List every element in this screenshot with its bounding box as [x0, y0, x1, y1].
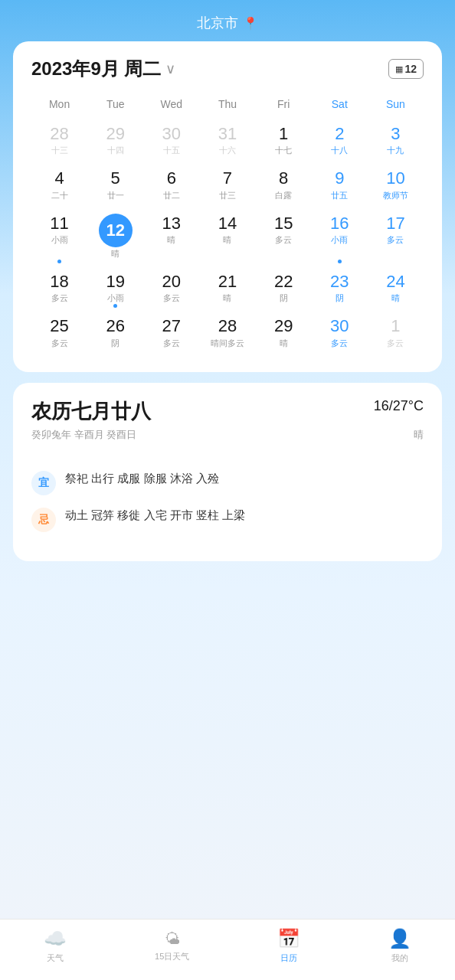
cal-day-sub: 廿二: [163, 190, 180, 201]
cal-day-cell[interactable]: 9廿五: [312, 164, 368, 205]
cal-day-sub: 多云: [275, 234, 292, 246]
cal-day-cell[interactable]: 28晴间多云: [199, 312, 255, 353]
cal-day-cell[interactable]: 29十四: [87, 119, 143, 161]
today-number-cell: 12: [99, 214, 133, 247]
weather-icon: ☁️: [44, 928, 67, 949]
cal-day-num: 3: [391, 124, 400, 144]
cal-day-num: 1: [391, 316, 400, 336]
cal-day-cell[interactable]: 1多云: [368, 312, 424, 353]
cal-day-num: 26: [106, 316, 124, 336]
cal-day-cell[interactable]: 15多云: [256, 209, 312, 264]
ji-items: 动土 冠笄 移徙 入宅 开市 竖柱 上梁: [65, 506, 424, 524]
cal-day-num: 13: [162, 214, 181, 234]
ji-row: 忌 动土 冠笄 移徙 入宅 开市 竖柱 上梁: [31, 506, 424, 532]
day-header-sun: Sun: [368, 95, 424, 113]
cal-day-sub: 十五: [163, 145, 180, 156]
cal-day-num: 28: [218, 316, 237, 336]
cal-day-sub: 十三: [51, 145, 68, 156]
cal-day-cell[interactable]: 26阴: [87, 312, 143, 353]
yi-row: 宜 祭祀 出行 成服 除服 沐浴 入殓: [31, 469, 424, 495]
bottom-nav: ☁️ 天气 🌤 15日天气 📅 日历 👤 我的: [0, 919, 455, 980]
cal-day-cell[interactable]: 13晴: [143, 209, 199, 264]
cal-day-cell[interactable]: 1十七: [256, 119, 312, 161]
cal-day-sub: 十八: [331, 145, 348, 156]
cal-day-sub: 晴: [167, 234, 175, 246]
today-button[interactable]: ▦ 12: [388, 59, 424, 79]
cal-day-cell[interactable]: 22阴: [256, 267, 312, 309]
cal-day-cell[interactable]: 8白露: [256, 164, 312, 205]
cal-day-sub: 小雨: [51, 234, 68, 246]
cal-day-cell[interactable]: 14晴: [199, 209, 255, 264]
day-header-mon: Mon: [31, 95, 87, 113]
cal-day-sub: 白露: [275, 190, 292, 201]
cal-day-cell[interactable]: 5廿一: [87, 164, 143, 205]
nav-weather[interactable]: ☁️ 天气: [44, 928, 67, 964]
cal-day-sub: 廿一: [107, 190, 124, 201]
cal-day-num: 19: [106, 272, 124, 292]
cal-day-num: 23: [330, 272, 349, 292]
calendar-grid: 28十三29十四30十五31十六1十七2十八3十九4二十5廿一6廿二7廿三8白露…: [31, 119, 424, 354]
cal-day-num: 30: [330, 316, 349, 336]
cal-day-sub: 阴: [336, 292, 344, 304]
cal-day-cell[interactable]: 19小雨: [87, 267, 143, 309]
cal-day-sub: 小雨: [331, 234, 348, 246]
lunar-zodiac: 癸卯兔年 辛酉月 癸酉日: [31, 428, 136, 442]
cal-day-sub: 廿五: [331, 190, 348, 201]
cal-day-sub: 阴: [280, 292, 288, 304]
nav-calendar[interactable]: 📅 日历: [277, 928, 300, 964]
cal-day-cell[interactable]: 23阴: [312, 267, 368, 309]
cal-day-cell[interactable]: 2十八: [312, 119, 368, 161]
day-header-fri: Fri: [256, 95, 312, 113]
cal-day-cell[interactable]: 24晴: [368, 267, 424, 309]
cal-day-cell[interactable]: 31十六: [199, 119, 255, 161]
nav-profile[interactable]: 👤 我的: [388, 928, 411, 964]
cal-day-sub: 多云: [387, 338, 404, 349]
cal-day-num: 6: [167, 168, 176, 188]
cal-day-sub: 多云: [163, 338, 180, 349]
cal-day-num: 21: [218, 272, 237, 292]
cal-day-cell[interactable]: 17多云: [368, 209, 424, 264]
cal-day-cell[interactable]: 30十五: [143, 119, 199, 161]
cal-day-cell[interactable]: 20多云: [143, 267, 199, 309]
calendar-card: 2023年9月 周二 ∨ ▦ 12 Mon Tue Wed Thu Fri Sa…: [13, 41, 442, 372]
cal-day-cell[interactable]: 11小雨: [31, 209, 87, 264]
cal-day-cell[interactable]: 12晴: [87, 209, 143, 264]
cal-day-cell[interactable]: 27多云: [143, 312, 199, 353]
cal-day-cell[interactable]: 25多云: [31, 312, 87, 353]
cal-day-sub: 晴: [223, 292, 231, 304]
cal-day-sub: 多云: [51, 292, 68, 304]
cal-day-cell[interactable]: 4二十: [31, 164, 87, 205]
calendar-title-group[interactable]: 2023年9月 周二 ∨: [31, 57, 175, 81]
cal-day-cell[interactable]: 18多云: [31, 267, 87, 309]
cal-day-num: 18: [50, 272, 68, 292]
cal-day-num: 8: [279, 168, 288, 188]
cal-day-num: 24: [386, 272, 404, 292]
lunar-weather: 晴: [414, 428, 424, 456]
cal-day-cell[interactable]: 29晴: [256, 312, 312, 353]
cal-day-sub: 晴: [111, 248, 119, 260]
cal-day-num: 15: [274, 214, 293, 234]
cal-day-sub: 二十: [51, 190, 68, 201]
day-header-sat: Sat: [312, 95, 368, 113]
cal-day-cell[interactable]: 10教师节: [368, 164, 424, 205]
cal-day-cell[interactable]: 3十九: [368, 119, 424, 161]
cal-day-num: 20: [162, 272, 181, 292]
nav-profile-label: 我的: [391, 952, 408, 964]
calendar-title: 2023年9月 周二: [31, 57, 161, 81]
cal-day-num: 7: [223, 168, 232, 188]
cal-day-sub: 教师节: [383, 190, 408, 201]
cal-day-cell[interactable]: 6廿二: [143, 164, 199, 205]
yi-badge: 宜: [31, 471, 56, 495]
cal-day-sub: 晴: [391, 292, 400, 304]
ji-badge: 忌: [31, 508, 56, 532]
event-dot: [113, 304, 117, 308]
cal-day-cell[interactable]: 16小雨: [312, 209, 368, 264]
15day-icon: 🌤: [165, 930, 180, 948]
cal-day-cell[interactable]: 30多云: [312, 312, 368, 353]
cal-day-cell[interactable]: 28十三: [31, 119, 87, 161]
cal-day-cell[interactable]: 21晴: [199, 267, 255, 309]
day-header-tue: Tue: [87, 95, 143, 113]
nav-15day[interactable]: 🌤 15日天气: [155, 930, 189, 962]
cal-day-cell[interactable]: 7廿三: [199, 164, 255, 205]
chevron-down-icon[interactable]: ∨: [165, 60, 175, 77]
